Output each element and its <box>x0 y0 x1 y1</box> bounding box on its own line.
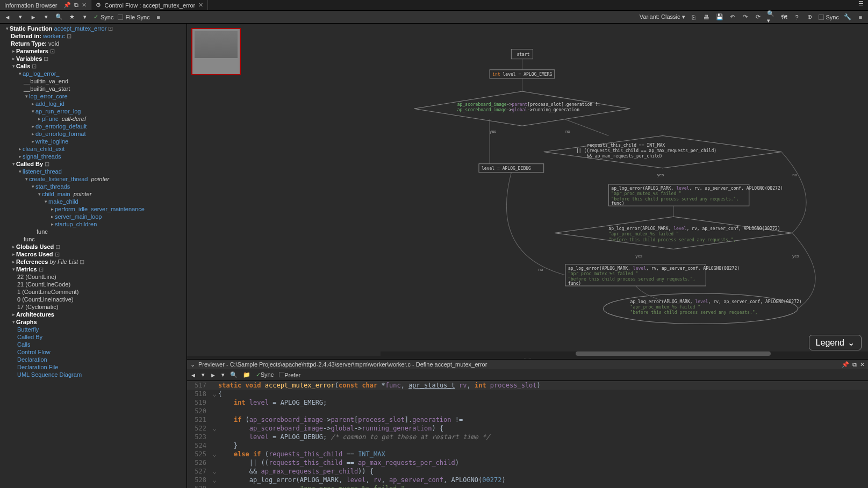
tree-item[interactable]: ▸server_main_loop <box>0 213 186 220</box>
tree-globals-used[interactable]: ▸Globals Used ⊡ <box>0 243 186 250</box>
tree-item[interactable]: ▾create_listener_thread pointer <box>0 175 186 183</box>
tree-graph-item[interactable]: Butterfly <box>0 326 186 333</box>
code-line[interactable]: 522⌄ ap_scoreboard_image->global->runnin… <box>187 424 868 433</box>
fold-icon[interactable]: ⌄ <box>211 476 218 484</box>
tree-item[interactable]: ▸pFunc call-deref <box>0 115 186 123</box>
fold-icon[interactable]: ⌄ <box>211 390 218 398</box>
tree-item[interactable]: __builtin_va_start <box>0 85 186 92</box>
tree-graph-item[interactable]: Declaration <box>0 356 186 363</box>
code-line[interactable]: 518⌄{ <box>187 390 868 398</box>
inspect-icon[interactable]: ⊕ <box>806 13 814 21</box>
popout-icon[interactable]: ⧉ <box>74 2 78 9</box>
popout-icon[interactable]: ⧉ <box>852 361 857 368</box>
tree-static-function[interactable]: ▾Static Function accept_mutex_error ⊡ <box>0 25 186 32</box>
refresh-icon[interactable]: ⟳ <box>754 13 763 21</box>
tree-architectures[interactable]: ▸Architectures <box>0 311 186 318</box>
close-icon[interactable]: ✕ <box>198 2 203 9</box>
back-menu[interactable]: ▾ <box>16 13 25 21</box>
variant-selector[interactable]: Variant: Classic ▾ <box>640 13 685 20</box>
tree-called-by[interactable]: ▾Called By ⊡ <box>0 160 186 168</box>
tree-variables[interactable]: ▸Variables ⊡ <box>0 55 186 62</box>
tab-control-flow[interactable]: ⚙ Control Flow : accept_mutex_error ✕ <box>91 0 208 10</box>
code-line[interactable]: 520 <box>187 407 868 415</box>
map-icon[interactable]: 🗺 <box>780 13 788 21</box>
forward-menu[interactable]: ▾ <box>221 371 225 378</box>
code-line[interactable]: 529 "apr_proc_mutex_%s failed " <box>187 484 868 488</box>
code-line[interactable]: 524 } <box>187 441 868 450</box>
save-icon[interactable]: 💾 <box>715 13 724 21</box>
folder-icon[interactable]: 📁 <box>243 371 250 378</box>
tree-graphs[interactable]: ▾Graphs <box>0 318 186 326</box>
tree-item[interactable]: ▾listener_thread <box>0 168 186 175</box>
code-line[interactable]: 525⌄ else if (requests_this_child == INT… <box>187 450 868 458</box>
code-line[interactable]: 526 || ((requests_this_child == ap_max_r… <box>187 458 868 467</box>
copy-icon[interactable]: ⎘ <box>690 13 698 21</box>
code-line[interactable]: 521 if (ap_scoreboard_image->parent[proc… <box>187 415 868 424</box>
tree-item[interactable]: ▾ap_log_error_ <box>0 70 186 77</box>
tree-graph-item[interactable]: Declaration File <box>0 363 186 371</box>
minimap[interactable] <box>191 28 241 75</box>
control-flow-graph[interactable]: start int level = APLOG_EMERG ap_scorebo… <box>187 24 868 356</box>
tree-item[interactable]: ▾log_error_core <box>0 92 186 100</box>
tree-parameters[interactable]: ▸Parameters ⊡ <box>0 47 186 55</box>
tree-graph-item[interactable]: UML Sequence Diagram <box>0 371 186 378</box>
tree-item[interactable]: ▾start_threads <box>0 183 186 190</box>
redo-icon[interactable]: ↷ <box>741 13 750 21</box>
pin-icon[interactable]: 📌 <box>63 2 71 9</box>
tree-item[interactable]: ▸perform_idle_server_maintenance <box>0 205 186 213</box>
tree-item[interactable]: ▸do_errorlog_default <box>0 123 186 130</box>
tree-item[interactable]: ▸signal_threads <box>0 153 186 160</box>
tree-item[interactable]: ▾make_child <box>0 198 186 205</box>
star-icon[interactable]: ★ <box>68 13 76 21</box>
undo-icon[interactable]: ↶ <box>728 13 737 21</box>
fold-icon[interactable]: ⌄ <box>211 450 218 458</box>
sync-checkbox[interactable]: ✓ Sync <box>94 13 113 20</box>
tree-graph-item[interactable]: Calls <box>0 341 186 348</box>
wrench-icon[interactable]: 🔧 <box>843 13 852 21</box>
tree-item[interactable]: ▸do_errorlog_format <box>0 130 186 138</box>
tree-item[interactable]: ▸write_logline <box>0 138 186 145</box>
tab-information-browser[interactable]: Information Browser 📌 ⧉ ✕ <box>0 0 91 10</box>
prefer-checkbox[interactable]: Prefer <box>279 372 300 378</box>
close-icon[interactable]: ✕ <box>860 361 865 368</box>
back-menu[interactable]: ▾ <box>202 371 205 378</box>
hamburger-icon[interactable]: ☰ <box>854 0 868 10</box>
code-line[interactable]: 527⌄ && ap_max_requests_per_child)) { <box>187 467 868 476</box>
tree-item[interactable]: ▸startup_children <box>0 220 186 228</box>
fold-icon[interactable]: ⌄ <box>211 424 218 433</box>
back-button[interactable]: ◄ <box>190 372 196 378</box>
search-icon[interactable]: 🔍 <box>55 13 63 21</box>
code-line[interactable]: 517static void accept_mutex_error(const … <box>187 381 868 390</box>
sync-right-checkbox[interactable]: Sync <box>819 14 839 20</box>
code-line[interactable]: 523 level = APLOG_DEBUG; /* common to ge… <box>187 433 868 441</box>
search-icon[interactable]: 🔍 <box>230 371 238 378</box>
tree-graph-item[interactable]: Control Flow <box>0 348 186 356</box>
sync-checkbox[interactable]: ✓Sync <box>256 371 274 378</box>
tree-item[interactable]: ▸clean_child_exit <box>0 145 186 153</box>
tree-metrics[interactable]: ▾Metrics ⊡ <box>0 265 186 273</box>
tree-macros-used[interactable]: ▸Macros Used ⊡ <box>0 250 186 258</box>
legend-button[interactable]: Legend ⌄ <box>809 335 862 350</box>
forward-menu[interactable]: ▾ <box>42 13 51 21</box>
tree-graph-item[interactable]: Called By <box>0 333 186 341</box>
help-icon[interactable]: ? <box>793 13 801 21</box>
tree-defined-in[interactable]: Defined in: worker.c ⊡ <box>0 32 186 40</box>
collapse-icon[interactable]: ⌄ <box>190 361 195 368</box>
tree-references[interactable]: ▸References by File List ⊡ <box>0 258 186 265</box>
star-menu[interactable]: ▾ <box>81 13 89 21</box>
tree-item[interactable]: ▸add_log_id <box>0 100 186 107</box>
fold-icon[interactable]: ⌄ <box>211 467 218 476</box>
close-icon[interactable]: ✕ <box>82 2 87 9</box>
forward-button[interactable]: ► <box>210 372 216 378</box>
tree-item[interactable]: __builtin_va_end <box>0 77 186 85</box>
zoom-icon[interactable]: 🔍▾ <box>767 13 776 21</box>
tree-item[interactable]: ▾child_main pointer <box>0 190 186 198</box>
tree-item[interactable]: ▾ap_run_error_log <box>0 107 186 115</box>
code-line[interactable]: 519 int level = APLOG_EMERG; <box>187 398 868 407</box>
hamburger-right-icon[interactable]: ≡ <box>856 13 865 21</box>
file-sync-checkbox[interactable]: File Sync <box>118 14 149 20</box>
menu-icon[interactable]: ≡ <box>154 13 163 21</box>
horizontal-scrollbar[interactable] <box>381 351 868 356</box>
pin-icon[interactable]: 📌 <box>842 361 849 368</box>
tree-calls[interactable]: ▾Calls ⊡ <box>0 62 186 70</box>
